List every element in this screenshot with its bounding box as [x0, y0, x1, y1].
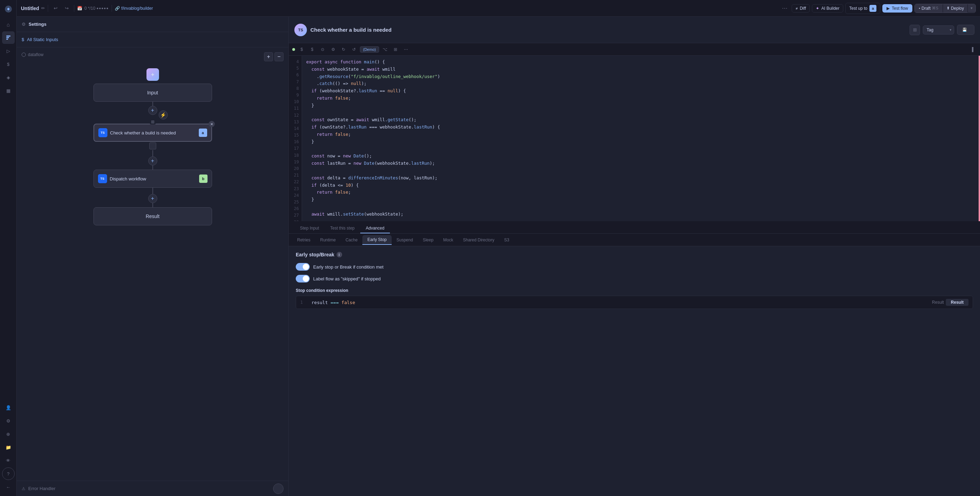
- tab-s3[interactable]: S3: [500, 236, 514, 244]
- sidebar-item-help[interactable]: ?: [2, 467, 15, 480]
- expr-result: Result Result: [932, 299, 969, 306]
- zoom-controls: + −: [264, 52, 283, 61]
- zoom-out-button[interactable]: −: [274, 52, 283, 61]
- add-node-btn-1[interactable]: +: [148, 106, 157, 115]
- check-node-wrapper: ⊞ ✕ TS Check whether a build is needed a: [94, 124, 212, 149]
- more-button[interactable]: ⋯: [780, 3, 789, 13]
- status-dot: [292, 48, 295, 51]
- input-node[interactable]: Input: [94, 84, 212, 102]
- tab-retries[interactable]: Retries: [292, 236, 315, 244]
- save-to-workspace-button[interactable]: 💾: [957, 25, 974, 35]
- info-icon[interactable]: i: [337, 252, 342, 257]
- dollar-btn[interactable]: $: [297, 45, 306, 54]
- tab-cache[interactable]: Cache: [341, 236, 363, 244]
- tab-advanced[interactable]: Advanced: [360, 223, 390, 233]
- refresh-btn2[interactable]: ↺: [350, 45, 358, 54]
- sidebar-item-flows[interactable]: [2, 31, 15, 44]
- code-editor[interactable]: 4567891011121314151617181920212223242526…: [289, 56, 980, 221]
- demo-badge[interactable]: (Demo): [360, 46, 379, 52]
- sidebar-item-users[interactable]: 👤: [2, 401, 15, 414]
- inputs-bar[interactable]: $ All Static Inputs: [17, 32, 288, 48]
- sidebar-item-settings[interactable]: ⚙: [2, 415, 15, 427]
- check-badge: a: [199, 128, 207, 137]
- test-up-to-button[interactable]: Test up to a: [845, 3, 880, 14]
- expand-btn[interactable]: ⊞: [391, 45, 400, 54]
- tab-shared-directory[interactable]: Shared Directory: [458, 236, 500, 244]
- format-btn[interactable]: ⌥: [380, 45, 390, 54]
- app-title: Untitled: [21, 6, 39, 11]
- tab-suspend[interactable]: Suspend: [391, 236, 418, 244]
- svg-rect-3: [6, 39, 8, 40]
- path-link[interactable]: 🔗 f/invablog/builder: [115, 6, 153, 11]
- expression-editor-content: 1 result === false Result Result: [296, 296, 973, 309]
- sidebar-item-calendar[interactable]: ▦: [2, 84, 15, 97]
- bottom-tabs: Step Input Test this step Advanced: [289, 221, 980, 234]
- tab-test-step[interactable]: Test this step: [325, 223, 360, 233]
- more-btn2[interactable]: ⋯: [401, 45, 410, 54]
- redo-button[interactable]: ↪: [62, 4, 71, 13]
- check-node[interactable]: TS Check whether a build is needed a: [94, 124, 212, 142]
- calendar-icon: 📅: [77, 6, 82, 11]
- sidebar-item-resources[interactable]: ◈: [2, 71, 15, 84]
- flow-canvas: dataflow + − ✦ Input: [17, 48, 288, 496]
- expr-line-num: 1: [300, 300, 307, 305]
- result-node[interactable]: Result: [94, 207, 212, 225]
- sidebar-item-folder[interactable]: 📁: [2, 441, 15, 453]
- magic-icon: ✦: [146, 68, 159, 81]
- ai-builder-button[interactable]: ✦ AI Builder: [812, 4, 843, 13]
- code-content[interactable]: export async function main() { const web…: [302, 56, 978, 221]
- draft-button[interactable]: ▪ Draft ⌘S: [915, 4, 943, 13]
- add-node-btn-3[interactable]: +: [148, 194, 157, 203]
- dollar-btn2[interactable]: $: [308, 45, 317, 54]
- tag-select-wrapper: Tag ▾: [923, 25, 954, 35]
- refresh-btn[interactable]: ↻: [339, 45, 348, 54]
- tag-select[interactable]: Tag: [923, 25, 954, 35]
- sidebar-item-scripts[interactable]: ▷: [2, 44, 15, 57]
- draft-deploy-group: ▪ Draft ⌘S ⬆ Deploy ▾: [915, 4, 976, 13]
- tab-step-input[interactable]: Step Input: [294, 223, 325, 233]
- hub-btn[interactable]: ⊙: [318, 45, 327, 54]
- close-node-button[interactable]: ✕: [208, 121, 215, 127]
- edit-icon[interactable]: ✏: [41, 6, 45, 11]
- error-handler-bar[interactable]: ⚠ Error Handler: [17, 481, 288, 496]
- tab-early-stop[interactable]: Early Stop: [362, 235, 391, 245]
- toggle-knob-2: [303, 276, 309, 282]
- early-stop-title: Early stop/Break i: [296, 252, 973, 257]
- sidebar-item-home[interactable]: ⌂: [2, 18, 15, 31]
- deploy-arrow-button[interactable]: ▾: [968, 4, 975, 12]
- zoom-in-button[interactable]: +: [264, 52, 273, 61]
- undo-button[interactable]: ↩: [51, 4, 60, 13]
- sidebar-item-dollar[interactable]: $: [2, 58, 15, 70]
- error-handler-icon: ⚠: [22, 486, 25, 491]
- sidebar-toggle-btn[interactable]: ▐: [967, 45, 977, 54]
- expr-code[interactable]: result === false: [312, 300, 928, 305]
- toggle-1[interactable]: [296, 263, 310, 271]
- diff-button[interactable]: ≠ Diff: [792, 4, 810, 13]
- test-flow-button[interactable]: ▶ Test flow: [882, 4, 912, 13]
- sidebar-item-eye[interactable]: 👁: [2, 454, 15, 467]
- link-icon: 🔗: [115, 6, 120, 11]
- add-node-btn-2[interactable]: +: [148, 156, 157, 165]
- sidebar-logo[interactable]: [2, 3, 15, 15]
- sidebar-item-logout[interactable]: ←: [2, 481, 15, 493]
- columns-icon-btn[interactable]: ⊞: [910, 25, 920, 35]
- sidebar-item-integrations[interactable]: ⊕: [2, 428, 15, 440]
- result-value-badge: Result: [946, 299, 969, 306]
- deploy-button[interactable]: ⬆ Deploy: [943, 4, 967, 13]
- tab-mock[interactable]: Mock: [438, 236, 458, 244]
- draft-shortcut: ⌘S: [932, 6, 938, 10]
- move-handle[interactable]: ⊞: [150, 119, 156, 124]
- toggle-2[interactable]: [296, 275, 310, 282]
- node-checkbox[interactable]: [149, 143, 156, 149]
- test-upto-badge: a: [869, 5, 877, 12]
- tab-runtime[interactable]: Runtime: [315, 236, 341, 244]
- code-header-title: Check whether a build is needed: [310, 27, 906, 33]
- line-numbers: 4567891011121314151617181920212223242526…: [289, 56, 302, 221]
- add-node-btn-1b[interactable]: ⚡: [159, 111, 168, 119]
- expression-editor[interactable]: 1 result === false Result Result: [296, 296, 973, 309]
- code-toolbar: $ $ ⊙ ⚙ ↻ ↺ (Demo) ⌥ ⊞ ⋯ ▐: [289, 43, 980, 56]
- save-info: 0 */10 ●●●●●: [84, 6, 109, 11]
- settings-btn[interactable]: ⚙: [329, 45, 337, 54]
- dispatch-node[interactable]: TS Dispatch workflow b: [94, 170, 212, 188]
- tab-sleep[interactable]: Sleep: [418, 236, 438, 244]
